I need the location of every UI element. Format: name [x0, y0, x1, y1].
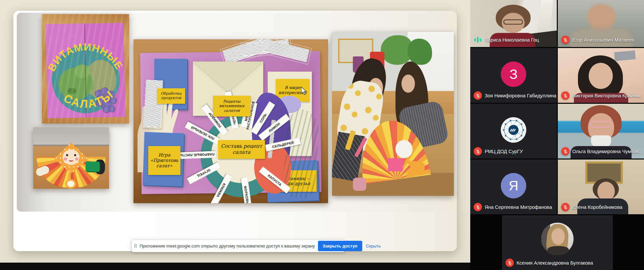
photo-avatar	[541, 223, 574, 255]
pink-paper	[388, 158, 403, 171]
label-processing: Обработка продуктов	[157, 88, 185, 104]
photo-girls-crafting	[332, 32, 454, 196]
svg-text:САЛАТЫ: САЛАТЫ	[61, 88, 116, 111]
participant-tile-viktoria[interactable]: Виктория Викторовна Крайник	[558, 48, 644, 103]
photo-paper-doll	[33, 127, 109, 189]
participant-tile-larisa[interactable]: Лариса Николаевна Гоц	[470, 0, 557, 47]
network-logo-icon	[501, 117, 526, 143]
wheel-item: ЛАВРОВЫЕ ЛИСТЬЯ	[176, 151, 216, 159]
participant-name: Яна Сергеевна Митрофанова	[485, 205, 552, 210]
label-game: Игра «Приготовь салат»	[148, 146, 180, 175]
participant-name: РМЦ ДОД СурГУ	[485, 149, 523, 154]
mic-muted-icon	[561, 203, 570, 211]
doll-smile	[69, 159, 73, 162]
participant-tile-olga[interactable]: Ольга Владимировна Чумейк...	[558, 104, 644, 159]
participant-name: Ксения Александровна Булгакова	[517, 260, 593, 266]
cover-title-top: ВИТАМИННЫЕ	[45, 40, 125, 74]
lapbook-cover-art: ВИТАМИННЫЕ САЛАТЫ	[42, 14, 129, 124]
mic-muted-icon	[474, 203, 482, 211]
doll-purse	[86, 162, 100, 172]
doll-cheek	[75, 158, 78, 161]
participant-name: Егор Анатольевич Матвеев	[572, 37, 634, 43]
participant-tile-elena[interactable]: Елена Коробейникова	[558, 160, 644, 214]
mic-muted-icon	[561, 36, 570, 44]
participant-tile-egor[interactable]: Егор Анатольевич Матвеев	[558, 0, 644, 47]
banner-drag-handle[interactable]	[135, 244, 137, 248]
participant-tile-ksenia[interactable]: Ксения Александровна Булгакова	[502, 215, 613, 270]
letter-avatar: З	[501, 61, 526, 87]
mic-muted-icon	[505, 259, 514, 267]
label-recipes: Рецепты витаминных салатов	[213, 96, 251, 117]
shared-screen-area: ВИТАМИННЫЕ САЛАТЫ	[0, 0, 470, 270]
mic-muted-icon	[474, 147, 482, 155]
participant-name: Зоя Никифоровна Габидуллина	[485, 93, 556, 98]
participant-name: Виктория Викторовна Крайник	[572, 93, 641, 98]
stop-sharing-button[interactable]: Закрыть доступ	[318, 241, 362, 251]
participant-tile-rmc[interactable]: РМЦ ДОД СурГУ	[470, 104, 557, 159]
doll-cheek	[64, 158, 67, 161]
participant-tile-yana[interactable]: Я Яна Сергеевна Митрофанова	[470, 160, 557, 214]
participants-sidebar: Лариса Николаевна Гоц Егор Анатольевич М…	[470, 0, 644, 270]
participant-name: Елена Коробейникова	[572, 205, 623, 210]
participant-tile-zoya[interactable]: З Зоя Никифоровна Габидуллина	[470, 48, 557, 103]
participant-name: Ольга Владимировна Чумейк...	[572, 149, 643, 154]
org-logo-avatar	[501, 117, 526, 143]
letterbox-strip	[0, 263, 470, 270]
plant	[408, 39, 432, 65]
doll-eye	[66, 154, 68, 156]
doll-eye	[74, 154, 76, 156]
mic-muted-icon	[561, 147, 570, 155]
participant-name: Лариса Николаевна Гоц	[485, 37, 539, 43]
screen-share-banner: Приложение meet.google.com открыло друго…	[131, 239, 345, 252]
presentation-window: ВИТАМИННЫЕ САЛАТЫ	[13, 11, 457, 251]
mic-muted-icon	[474, 91, 482, 100]
speaking-indicator-icon	[474, 36, 482, 44]
photo-lapbook-open: Обработка продуктов Рецепты витаминных с…	[133, 39, 328, 203]
cover-title-bottom: САЛАТЫ	[61, 88, 116, 111]
label-wheel-center: Составь рецепт салата	[218, 140, 265, 159]
hide-banner-link[interactable]: Скрыть	[365, 242, 381, 250]
letter-avatar: Я	[501, 173, 526, 198]
pink-shoe	[353, 178, 366, 191]
svg-text:ВИТАМИННЫЕ: ВИТАМИННЫЕ	[45, 40, 125, 74]
banner-message: Приложение meet.google.com открыло друго…	[140, 243, 315, 249]
mouse-cursor	[300, 87, 308, 95]
doll-medallion	[65, 179, 76, 189]
hand-info-strip	[142, 79, 164, 129]
doll-face	[63, 149, 79, 165]
girl-2-face	[401, 75, 415, 93]
mic-muted-icon	[561, 91, 570, 100]
photo-lapbook-cover: ВИТАМИННЫЕ САЛАТЫ	[42, 14, 129, 124]
